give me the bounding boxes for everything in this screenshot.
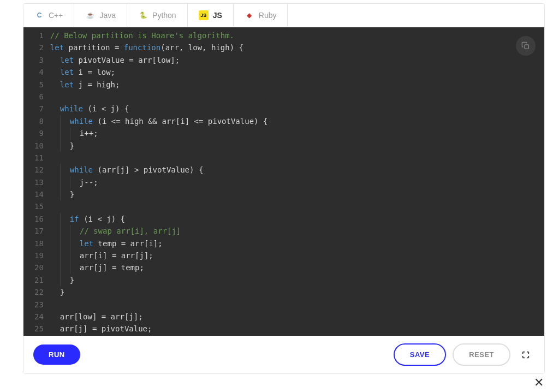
token-ident: pivotValue [79,54,124,66]
line-number: 4 [34,66,44,78]
code-line[interactable]: while (arr[j] > pivotValue) { [50,164,538,176]
code-line[interactable]: while (i <= high && arr[i] <= pivotValue… [50,115,538,127]
line-number: 13 [34,176,44,188]
line-number: 16 [34,213,44,225]
token-punct: ] = [103,262,121,274]
token-keyword: while [60,103,83,115]
token-ident: arr [138,54,152,66]
token-ident: i [180,115,185,127]
code-line[interactable]: // swap arr[i], arr[j] [50,225,538,237]
reset-button[interactable]: RESET [453,343,510,366]
indent-guide [50,250,60,262]
token-punct: = [83,66,97,78]
token-ident: j [79,323,83,335]
code-line[interactable]: } [50,274,538,286]
token-punct: [ [116,164,120,176]
token-ident: j [98,262,103,274]
token-punct: ] = [92,311,111,323]
token-punct: = [110,41,123,54]
code-line[interactable] [50,152,538,164]
code-line[interactable]: // Below partition is Hoare's algorithm. [50,29,538,41]
code-line[interactable]: let pivotValue = arr[low]; [50,54,538,66]
code-line[interactable]: } [50,286,538,298]
close-icon[interactable]: ✕ [534,376,544,390]
token-punct: } [60,286,64,298]
token-punct: ( [93,164,102,176]
tab-ruby[interactable]: ◆Ruby [234,4,288,27]
token-punct: ++; [84,127,98,139]
copy-button[interactable] [516,36,536,56]
token-ident: arr [60,311,74,323]
token-punct: ] = [83,323,102,335]
line-number: 2 [34,41,44,54]
token-punct: [ [93,250,98,262]
fullscreen-button[interactable] [517,346,534,364]
code-line[interactable]: j--; [50,176,538,188]
indent-guide [60,213,70,225]
code-line[interactable]: let i = low; [50,66,538,78]
token-ident: high [125,115,144,127]
line-number: 18 [34,237,44,250]
indent-guide [50,164,60,176]
line-number: 21 [34,274,44,286]
indent-guide [50,274,60,286]
token-punct: ( [93,115,102,127]
line-number: 17 [34,225,44,237]
code-line[interactable] [50,299,538,311]
line-number: 1 [34,29,44,41]
indent-guide [50,213,60,225]
code-editor[interactable]: 1234567891011121314151617181920212223242… [23,27,544,336]
token-ident: j [121,164,125,176]
code-line[interactable] [50,91,538,103]
code-line[interactable]: } [50,188,538,200]
run-button[interactable]: RUN [33,345,80,365]
code-line[interactable]: arr[i] = arr[j]; [50,250,538,262]
token-ident: partition [69,41,110,54]
token-ident: arr [162,115,175,127]
code-line[interactable]: i++; [50,127,538,139]
token-ident: arr [102,164,116,176]
line-number: 14 [34,188,44,200]
token-punct: --; [84,176,98,188]
token-ident: arr [130,237,144,250]
tab-js[interactable]: JSJS [188,4,234,27]
code-line[interactable]: while (i < j) { [50,103,538,115]
token-punct: [ [144,237,148,250]
code-line[interactable]: arr[j] = temp; [50,262,538,274]
indent-guide [70,262,80,274]
tab-label: Ruby [259,11,277,20]
language-tabs: CC++☕Java🐍PythonJSJS◆Ruby [23,4,544,27]
token-keyword: let [60,79,74,91]
save-button[interactable]: SAVE [394,343,446,366]
token-punct: ]; [153,237,163,250]
tab-java[interactable]: ☕Java [74,4,127,27]
code-line[interactable]: let j = high; [50,79,538,91]
code-line[interactable]: } [50,140,538,152]
token-punct: , [179,41,188,54]
code-line[interactable] [50,200,538,212]
code-area[interactable]: // Below partition is Hoare's algorithm.… [50,29,544,335]
token-ident: high [211,41,230,54]
token-punct: [ [74,311,78,323]
indent-guide [50,176,60,188]
token-punct: [ [124,311,129,323]
code-line[interactable]: let partition = function(arr, low, high)… [50,41,538,54]
token-punct: ; [111,66,115,78]
token-punct: && [144,115,162,127]
indent-guide [50,262,60,274]
code-line[interactable]: if (i < j) { [50,213,538,225]
token-ident: i [92,103,97,115]
code-line[interactable]: arr[low] = arr[j]; [50,311,538,323]
token-ident: i [148,237,153,250]
token-ident: high [97,79,115,91]
line-number: 5 [34,79,44,91]
code-line[interactable]: let temp = arr[i]; [50,237,538,250]
tab-python[interactable]: 🐍Python [127,4,188,27]
line-number: 23 [34,299,44,311]
tab-cpp[interactable]: CC++ [23,4,74,27]
indent-guide [60,140,70,152]
line-number: 25 [34,323,44,335]
token-punct: ]; [134,311,143,323]
token-ident: i [80,127,84,139]
code-line[interactable]: arr[j] = pivotValue; [50,323,538,335]
